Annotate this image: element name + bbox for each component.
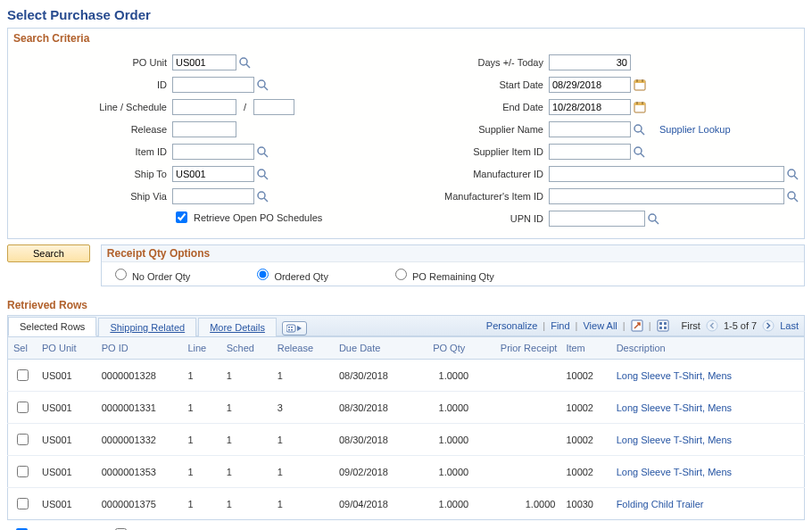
cell-sched: 1 xyxy=(221,392,272,424)
cell-po-unit: US001 xyxy=(37,456,96,488)
table-row: US001000000133111308/30/20181.000010002L… xyxy=(8,392,805,424)
po-remaining-qty-radio[interactable] xyxy=(395,269,407,280)
col-spacer xyxy=(778,337,805,360)
no-order-qty-radio[interactable] xyxy=(115,269,127,280)
description-link[interactable]: Long Sleeve T-Shirt, Mens xyxy=(617,435,732,445)
col-po-qty[interactable]: PO Qty xyxy=(412,337,474,360)
first-label: First xyxy=(682,320,700,331)
release-label: Release xyxy=(13,124,172,135)
col-description[interactable]: Description xyxy=(611,337,778,360)
po-unit-input[interactable] xyxy=(172,54,236,70)
no-order-qty-option[interactable]: No Order Qty xyxy=(111,266,190,282)
lookup-icon[interactable] xyxy=(257,191,269,203)
next-page-icon[interactable] xyxy=(762,319,775,332)
ship-via-input[interactable] xyxy=(172,188,254,204)
cell-description: Long Sleeve T-Shirt, Mens xyxy=(611,392,778,424)
calendar-icon[interactable] xyxy=(634,101,646,113)
upn-id-input[interactable] xyxy=(549,211,645,227)
row-select-checkbox[interactable] xyxy=(17,498,29,509)
manufacturer-id-input[interactable] xyxy=(549,166,784,182)
cell-release: 1 xyxy=(272,360,334,392)
days-today-input[interactable] xyxy=(549,54,631,70)
svg-point-20 xyxy=(634,147,642,154)
tab-selected-rows[interactable]: Selected Rows xyxy=(8,317,96,336)
description-link[interactable]: Long Sleeve T-Shirt, Mens xyxy=(617,467,732,477)
col-po-id[interactable]: PO ID xyxy=(96,337,183,360)
lookup-icon[interactable] xyxy=(257,79,269,91)
row-select-checkbox[interactable] xyxy=(17,402,29,413)
retrieve-open-checkbox[interactable] xyxy=(176,211,187,223)
lookup-icon[interactable] xyxy=(634,124,645,136)
item-id-input[interactable] xyxy=(172,144,254,160)
lookup-icon[interactable] xyxy=(239,57,251,69)
ordered-qty-option[interactable]: Ordered Qty xyxy=(253,266,328,282)
search-button[interactable]: Search xyxy=(7,244,90,262)
table-row: US001000000133211108/30/20181.000010002L… xyxy=(8,424,805,456)
svg-line-1 xyxy=(246,64,250,68)
retrieve-open-label: Retrieve Open PO Schedules xyxy=(194,212,322,223)
svg-line-23 xyxy=(794,176,798,179)
cell-due-date: 08/30/2018 xyxy=(334,360,413,392)
po-unit-label: PO Unit xyxy=(13,57,172,68)
row-select-checkbox[interactable] xyxy=(17,434,29,445)
personalize-link[interactable]: Personalize xyxy=(486,320,537,331)
po-remaining-qty-option[interactable]: PO Remaining Qty xyxy=(391,266,494,282)
prev-page-icon[interactable] xyxy=(706,319,718,332)
col-item[interactable]: Item xyxy=(560,337,610,360)
tab-more-details[interactable]: More Details xyxy=(198,318,277,336)
retrieved-rows-heading: Retrieved Rows xyxy=(7,299,805,311)
description-link[interactable]: Long Sleeve T-Shirt, Mens xyxy=(617,402,732,413)
find-link[interactable]: Find xyxy=(551,320,569,331)
cell-due-date: 09/04/2018 xyxy=(334,488,413,520)
description-link[interactable]: Long Sleeve T-Shirt, Mens xyxy=(617,370,732,381)
view-all-link[interactable]: View All xyxy=(583,320,617,331)
col-line[interactable]: Line xyxy=(182,337,220,360)
end-date-label: End Date xyxy=(357,102,549,112)
release-input[interactable] xyxy=(172,121,236,137)
end-date-input[interactable] xyxy=(549,99,631,115)
row-select-checkbox[interactable] xyxy=(17,466,29,477)
tab-shipping-related[interactable]: Shipping Related xyxy=(98,318,196,336)
zoom-icon[interactable] xyxy=(631,319,643,332)
cell-spacer xyxy=(778,424,805,456)
col-sel[interactable]: Sel xyxy=(8,337,37,360)
lookup-icon[interactable] xyxy=(648,213,659,225)
row-select-checkbox[interactable] xyxy=(17,369,29,381)
last-link[interactable]: Last xyxy=(780,320,799,331)
svg-point-39 xyxy=(707,320,717,331)
show-all-columns-icon[interactable] xyxy=(282,321,307,335)
lookup-icon[interactable] xyxy=(634,146,645,158)
svg-line-19 xyxy=(641,131,644,135)
col-due-date[interactable]: Due Date xyxy=(334,337,413,360)
col-prior-receipt[interactable]: Prior Receipt xyxy=(474,337,560,360)
lookup-icon[interactable] xyxy=(257,169,269,180)
manufacturer-item-id-input[interactable] xyxy=(549,188,784,204)
col-sched[interactable]: Sched xyxy=(221,337,272,360)
download-icon[interactable] xyxy=(657,319,669,332)
svg-line-27 xyxy=(655,220,659,224)
svg-point-22 xyxy=(788,170,795,177)
col-release[interactable]: Release xyxy=(272,337,334,360)
cell-prior-receipt xyxy=(474,424,560,456)
schedule-input[interactable] xyxy=(253,99,294,115)
svg-point-24 xyxy=(788,192,795,199)
start-date-input[interactable] xyxy=(549,77,631,93)
description-link[interactable]: Folding Child Trailer xyxy=(617,499,704,509)
supplier-item-id-input[interactable] xyxy=(549,144,631,160)
line-input[interactable] xyxy=(172,99,236,115)
col-po-unit[interactable]: PO Unit xyxy=(37,337,96,360)
supplier-name-input[interactable] xyxy=(549,121,631,137)
receipt-qty-section: Receipt Qty Options No Order Qty Ordered… xyxy=(101,244,805,286)
ordered-qty-radio[interactable] xyxy=(257,269,269,280)
cell-po-id: 0000001353 xyxy=(96,456,183,488)
lookup-icon[interactable] xyxy=(787,191,799,203)
manufacturer-item-id-label: Manufacturer's Item ID xyxy=(357,191,549,202)
ship-to-input[interactable] xyxy=(172,166,254,182)
lookup-icon[interactable] xyxy=(787,169,799,180)
cell-line: 1 xyxy=(182,360,220,392)
cell-po-id: 0000001331 xyxy=(96,392,183,424)
calendar-icon[interactable] xyxy=(634,79,646,91)
id-input[interactable] xyxy=(172,77,254,93)
lookup-icon[interactable] xyxy=(257,146,269,158)
supplier-lookup-link[interactable]: Supplier Lookup xyxy=(659,124,731,135)
